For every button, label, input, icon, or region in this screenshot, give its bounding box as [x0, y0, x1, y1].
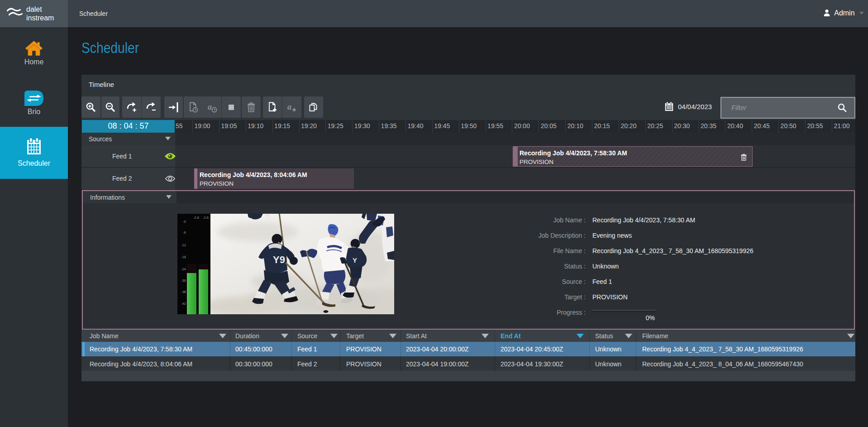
svg-text:-12: -12 [181, 243, 186, 247]
svg-text:-30: -30 [181, 278, 186, 283]
svg-text:a: a [287, 102, 291, 111]
svg-text:a: a [208, 102, 212, 111]
svg-text:-6: -6 [183, 230, 186, 235]
svg-text:Y: Y [353, 256, 357, 264]
svg-text:-18: -18 [181, 255, 186, 259]
svg-text:-36: -36 [181, 290, 186, 294]
svg-text:-0: -0 [183, 220, 186, 224]
svg-text:-2.6: -2.6 [203, 216, 209, 220]
svg-text:-24: -24 [181, 267, 186, 271]
svg-text:-2.6: -2.6 [193, 216, 199, 220]
svg-text:-42: -42 [181, 302, 186, 306]
svg-text:Y9: Y9 [273, 254, 285, 265]
